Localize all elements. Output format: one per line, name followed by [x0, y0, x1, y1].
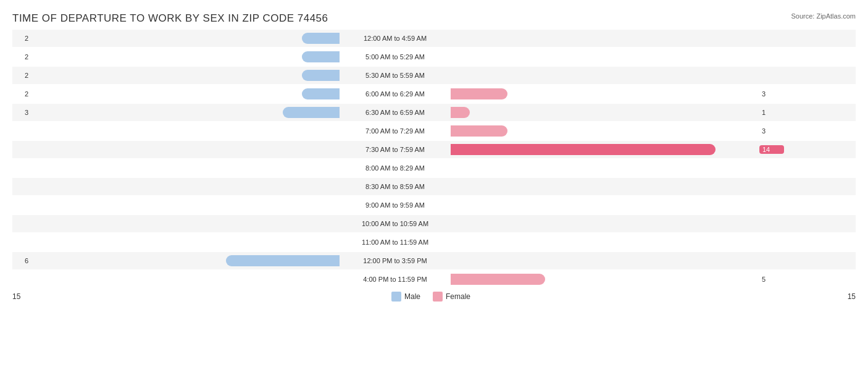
female-bar — [451, 125, 507, 137]
time-label: 12:00 PM to 3:59 PM — [340, 257, 451, 264]
male-bar — [226, 255, 340, 266]
female-value: 1 — [759, 109, 784, 116]
male-bar — [283, 107, 340, 118]
female-bar-area — [451, 144, 759, 155]
footer-left-value: 15 — [12, 292, 31, 301]
male-value: 2 — [12, 35, 31, 42]
male-value: 3 — [12, 109, 31, 116]
female-bar-area — [451, 107, 759, 118]
time-label: 6:30 AM to 6:59 AM — [340, 109, 451, 116]
time-label: 7:30 AM to 7:59 AM — [340, 146, 451, 153]
male-bar-area — [31, 274, 340, 285]
time-label: 7:00 AM to 7:29 AM — [340, 127, 451, 135]
time-label: 5:00 AM to 5:29 AM — [340, 53, 451, 61]
female-bar-area — [451, 255, 759, 266]
chart-title: TIME OF DEPARTURE TO WORK BY SEX IN ZIP … — [12, 12, 856, 25]
legend-female: Female — [433, 292, 470, 302]
male-bar — [302, 88, 340, 99]
female-bar-area — [451, 125, 759, 137]
bar-row: 2 5:30 AM to 5:59 AM — [12, 67, 856, 84]
female-bar-area — [451, 200, 759, 211]
male-value: 6 — [12, 257, 31, 264]
bar-row: 8:30 AM to 8:59 AM — [12, 178, 856, 195]
male-bar-area — [31, 33, 340, 44]
time-label: 11:00 AM to 11:59 AM — [340, 238, 451, 246]
female-bar-area — [451, 51, 759, 62]
female-value: 3 — [759, 90, 784, 98]
male-bar-area — [31, 144, 340, 155]
chart-area: 2 12:00 AM to 4:59 AM 2 5:00 AM to 5:29 … — [12, 30, 856, 288]
time-label: 5:30 AM to 5:59 AM — [340, 72, 451, 79]
footer-row: 15 Male Female 15 — [12, 292, 856, 302]
female-bar — [451, 107, 470, 118]
time-label: 9:00 AM to 9:59 AM — [340, 201, 451, 209]
time-label: 6:00 AM to 6:29 AM — [340, 90, 451, 98]
female-value: 3 — [759, 127, 784, 135]
female-bar — [451, 88, 507, 99]
male-color-swatch — [391, 292, 401, 302]
male-bar — [302, 33, 340, 44]
male-bar-area — [31, 107, 340, 118]
footer-right-value: 15 — [831, 292, 856, 301]
legend-male: Male — [391, 292, 420, 302]
female-value: 14 — [759, 145, 784, 154]
bar-row: 10:00 AM to 10:59 AM — [12, 215, 856, 232]
female-bar-area — [451, 181, 759, 192]
male-value: 2 — [12, 72, 31, 79]
male-bar-area — [31, 237, 340, 248]
bar-row: 2 6:00 AM to 6:29 AM 3 — [12, 85, 856, 103]
time-label: 8:30 AM to 8:59 AM — [340, 183, 451, 190]
female-bar-area — [451, 274, 759, 285]
female-value: 5 — [759, 276, 784, 283]
male-value: 2 — [12, 90, 31, 98]
male-value: 2 — [12, 53, 31, 61]
female-label: Female — [446, 292, 470, 301]
bar-row: 2 5:00 AM to 5:29 AM — [12, 48, 856, 65]
bar-row: 2 12:00 AM to 4:59 AM — [12, 30, 856, 47]
female-bar-area — [451, 237, 759, 248]
female-bar-area — [451, 162, 759, 174]
bar-row: 8:00 AM to 8:29 AM — [12, 159, 856, 177]
time-label: 8:00 AM to 8:29 AM — [340, 164, 451, 172]
male-bar-area — [31, 125, 340, 137]
bar-row: 7:30 AM to 7:59 AM 14 — [12, 141, 856, 158]
male-bar-area — [31, 51, 340, 62]
source-text: Source: ZipAtlas.com — [791, 12, 856, 20]
female-bar-area — [451, 33, 759, 44]
male-bar — [302, 51, 340, 62]
male-bar-area — [31, 181, 340, 192]
female-color-swatch — [433, 292, 443, 302]
female-bar — [451, 274, 545, 285]
male-bar-area — [31, 218, 340, 229]
female-bar-area — [451, 218, 759, 229]
male-bar-area — [31, 70, 340, 81]
male-bar-area — [31, 255, 340, 266]
bar-row: 3 6:30 AM to 6:59 AM 1 — [12, 104, 856, 121]
female-bar-area — [451, 70, 759, 81]
bar-row: 4:00 PM to 11:59 PM 5 — [12, 271, 856, 288]
legend: Male Female — [391, 292, 470, 302]
time-label: 12:00 AM to 4:59 AM — [340, 35, 451, 42]
male-bar-area — [31, 200, 340, 211]
male-bar-area — [31, 162, 340, 174]
male-label: Male — [404, 292, 420, 301]
female-bar — [451, 144, 716, 155]
bar-row: 9:00 AM to 9:59 AM — [12, 196, 856, 214]
bar-row: 11:00 AM to 11:59 AM — [12, 234, 856, 251]
bar-row: 6 12:00 PM to 3:59 PM — [12, 252, 856, 269]
time-label: 10:00 AM to 10:59 AM — [340, 220, 451, 227]
male-bar — [302, 70, 340, 81]
time-label: 4:00 PM to 11:59 PM — [340, 276, 451, 283]
chart-container: TIME OF DEPARTURE TO WORK BY SEX IN ZIP … — [0, 0, 868, 367]
male-bar-area — [31, 88, 340, 99]
bar-row: 7:00 AM to 7:29 AM 3 — [12, 122, 856, 140]
female-bar-area — [451, 88, 759, 99]
